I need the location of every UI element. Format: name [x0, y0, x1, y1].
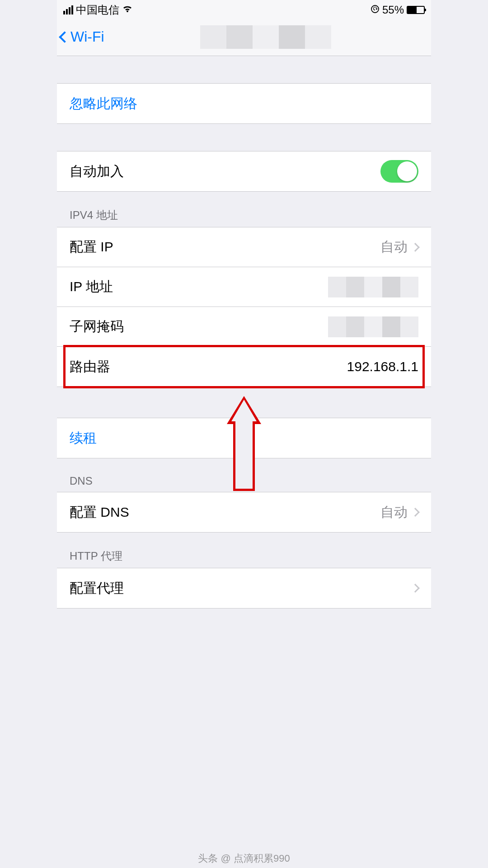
subnet-mask-row: 子网掩码 [57, 307, 431, 347]
forget-network-label: 忽略此网络 [70, 94, 137, 113]
rotation-lock-icon [371, 5, 380, 16]
configure-ip-value: 自动 [380, 238, 408, 256]
ip-address-value-redacted [328, 277, 418, 297]
auto-join-toggle[interactable] [380, 160, 418, 183]
svg-point-0 [371, 5, 379, 13]
carrier-label: 中国电信 [76, 3, 119, 17]
chevron-right-icon [411, 243, 420, 252]
chevron-right-icon [411, 584, 420, 593]
configure-dns-value: 自动 [380, 503, 408, 522]
configure-dns-label: 配置 DNS [70, 503, 129, 522]
navigation-bar: Wi-Fi [57, 18, 431, 56]
router-row: 路由器 192.168.1.1 [57, 347, 431, 387]
auto-join-label: 自动加入 [70, 162, 124, 181]
dns-section-header: DNS [57, 458, 431, 492]
router-label: 路由器 [70, 358, 110, 376]
ip-address-row: IP 地址 [57, 267, 431, 307]
battery-icon [407, 6, 425, 14]
auto-join-row: 自动加入 [57, 151, 431, 191]
http-proxy-section-header: HTTP 代理 [57, 533, 431, 568]
ip-address-label: IP 地址 [70, 278, 113, 296]
renew-lease-row[interactable]: 续租 [57, 418, 431, 458]
ipv4-section-header: IPV4 地址 [57, 192, 431, 227]
configure-proxy-label: 配置代理 [70, 579, 124, 598]
cellular-signal-icon [63, 5, 73, 14]
router-value: 192.168.1.1 [347, 359, 418, 374]
configure-ip-label: 配置 IP [70, 238, 113, 256]
subnet-mask-label: 子网掩码 [70, 317, 124, 336]
nav-title-redacted [200, 25, 331, 49]
back-button[interactable]: Wi-Fi [61, 28, 104, 45]
wifi-icon [122, 4, 133, 16]
back-label: Wi-Fi [70, 28, 104, 45]
battery-percentage: 55% [382, 4, 404, 16]
chevron-left-icon [59, 31, 70, 42]
forget-network-row[interactable]: 忽略此网络 [57, 84, 431, 123]
chevron-right-icon [411, 508, 420, 517]
configure-ip-row[interactable]: 配置 IP 自动 [57, 227, 431, 267]
renew-lease-label: 续租 [70, 429, 97, 448]
configure-proxy-row[interactable]: 配置代理 [57, 568, 431, 608]
configure-dns-row[interactable]: 配置 DNS 自动 [57, 492, 431, 532]
status-bar: 中国电信 55% [57, 0, 431, 18]
subnet-mask-value-redacted [328, 316, 418, 337]
